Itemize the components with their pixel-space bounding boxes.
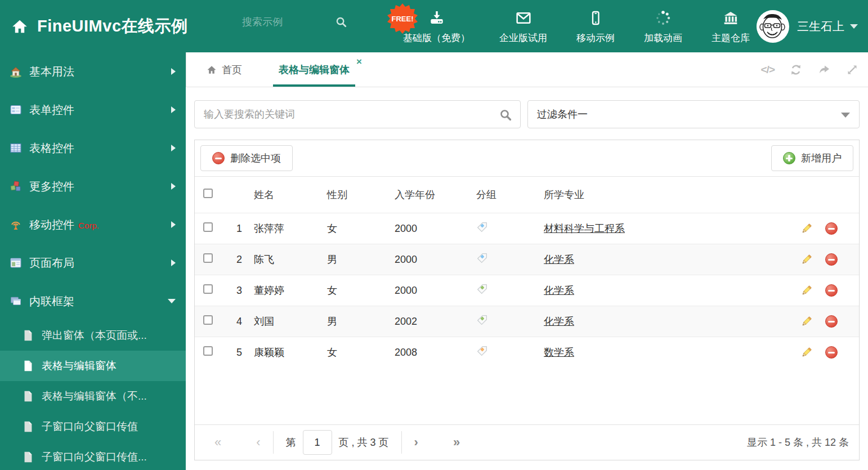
search-icon[interactable] xyxy=(499,108,512,122)
sidebar-item-label: 表单控件 xyxy=(29,102,74,118)
tab-home[interactable]: 首页 xyxy=(200,52,248,87)
chevron-down-icon xyxy=(850,24,858,29)
select-all-checkbox[interactable] xyxy=(203,189,213,198)
file-icon xyxy=(23,451,34,463)
close-icon[interactable]: × xyxy=(356,57,362,66)
tag-icon xyxy=(476,221,488,233)
file-icon xyxy=(23,420,34,433)
cell-gender: 男 xyxy=(319,315,386,328)
delete-row-icon[interactable] xyxy=(825,315,838,328)
prev-page-button[interactable]: ‹ xyxy=(256,436,260,449)
tab-label: 首页 xyxy=(222,63,242,77)
sidebar-subitem-child-to-parent-2[interactable]: 子窗口向父窗口传值... xyxy=(0,442,186,470)
cell-name: 董婷婷 xyxy=(245,284,319,297)
row-checkbox[interactable] xyxy=(203,222,213,232)
tag-icon xyxy=(476,314,488,326)
pager-divider xyxy=(273,431,274,454)
sidebar-item-grid-controls[interactable]: 表格控件 xyxy=(0,129,186,167)
first-page-button[interactable]: « xyxy=(214,436,221,449)
sidebar-item-inline-frame[interactable]: 内联框架 xyxy=(0,282,186,320)
edit-pencil-icon[interactable] xyxy=(800,315,813,328)
tag-icon xyxy=(476,252,488,264)
table-header-row: 姓名 性别 入学年份 分组 所学专业 xyxy=(195,176,859,213)
cell-year: 2002 xyxy=(386,316,468,328)
column-header-name[interactable]: 姓名 xyxy=(245,188,319,202)
nav-item-theme-store[interactable]: 主题仓库 xyxy=(697,0,764,52)
chevron-right-icon xyxy=(171,145,176,151)
grid-panel: 删除选中项 新增用户 姓名 性别 入学年份 分组 所学专业 xyxy=(194,140,860,460)
app-title: FineUIMvc在线示例 xyxy=(37,15,188,38)
sidebar-item-basic-usage[interactable]: 基本用法 xyxy=(0,52,186,91)
edit-pencil-icon[interactable] xyxy=(800,253,813,266)
sidebar-subitem-grid-edit-window[interactable]: 表格与编辑窗体 xyxy=(0,351,186,381)
page-input[interactable] xyxy=(303,430,332,455)
sidebar-subitem-label: 表格与编辑窗体 xyxy=(42,359,117,373)
sidebar-subitem-label: 子窗口向父窗口传值... xyxy=(42,450,147,464)
user-menu[interactable]: 三生石上 xyxy=(757,0,858,52)
sidebar-subitem-grid-edit-window-2[interactable]: 表格与编辑窗体（不... xyxy=(0,381,186,411)
column-header-gender[interactable]: 性别 xyxy=(319,188,386,202)
row-checkbox[interactable] xyxy=(203,284,213,294)
search-icon[interactable] xyxy=(335,16,347,28)
edit-pencil-icon[interactable] xyxy=(800,346,813,359)
delete-row-icon[interactable] xyxy=(825,346,838,359)
sidebar-item-label: 内联框架 xyxy=(29,294,74,309)
cell-name: 张萍萍 xyxy=(245,222,319,235)
keyword-search-input[interactable] xyxy=(195,109,487,120)
tab-grid-edit-window[interactable]: 表格与编辑窗体 × xyxy=(273,52,355,87)
major-link[interactable]: 材料科学与工程系 xyxy=(544,223,625,234)
row-checkbox[interactable] xyxy=(203,315,213,325)
chevron-right-icon xyxy=(171,106,176,113)
next-page-button[interactable]: › xyxy=(414,436,418,449)
nav-item-mobile-demo[interactable]: 移动示例 xyxy=(562,0,629,52)
bank-icon xyxy=(721,8,740,27)
nav-item-label: 企业版试用 xyxy=(499,32,547,44)
major-link[interactable]: 化学系 xyxy=(544,285,574,296)
source-code-icon[interactable]: </> xyxy=(761,64,775,76)
nav-item-enterprise-trial[interactable]: 企业版试用 xyxy=(485,0,562,52)
add-user-button[interactable]: 新增用户 xyxy=(771,145,853,171)
filter-dropdown[interactable]: 过滤条件一 xyxy=(527,100,860,128)
chevron-right-icon xyxy=(171,259,176,266)
nav-item-loading-animation[interactable]: 加载动画 xyxy=(629,0,697,52)
major-link[interactable]: 化学系 xyxy=(544,316,574,327)
file-icon xyxy=(23,360,34,372)
sidebar-subitem-label: 表格与编辑窗体（不... xyxy=(42,389,147,404)
sidebar-item-form-controls[interactable]: 表单控件 xyxy=(0,91,186,129)
column-header-year[interactable]: 入学年份 xyxy=(386,188,468,202)
last-page-button[interactable]: » xyxy=(453,436,460,449)
sidebar-subitem-child-to-parent[interactable]: 子窗口向父窗口传值 xyxy=(0,411,186,442)
brand[interactable]: FineUIMvc在线示例 xyxy=(10,15,188,38)
tag-icon xyxy=(476,345,488,357)
sidebar-item-page-layout[interactable]: 页面布局 xyxy=(0,244,186,282)
edit-pencil-icon[interactable] xyxy=(800,222,813,235)
sidebar-item-label: 更多控件 xyxy=(29,179,74,194)
refresh-icon[interactable] xyxy=(789,63,803,77)
column-header-group[interactable]: 分组 xyxy=(468,188,535,202)
sidebar-item-more-controls[interactable]: 更多控件 xyxy=(0,167,186,205)
edit-pencil-icon[interactable] xyxy=(800,284,813,297)
share-icon[interactable] xyxy=(817,63,831,77)
row-index: 3 xyxy=(222,285,245,297)
user-name: 三生石上 xyxy=(797,19,844,34)
expand-icon[interactable] xyxy=(845,63,859,77)
row-checkbox[interactable] xyxy=(203,253,213,263)
keyword-search[interactable] xyxy=(194,100,521,128)
delete-row-icon[interactable] xyxy=(825,253,838,266)
avatar[interactable] xyxy=(757,10,789,43)
sidebar-item-mobile-controls[interactable]: 移动控件 Corp. xyxy=(0,205,186,244)
major-link[interactable]: 数学系 xyxy=(544,347,574,358)
header-search-input[interactable] xyxy=(242,16,335,28)
row-checkbox[interactable] xyxy=(203,346,213,356)
major-link[interactable]: 化学系 xyxy=(544,254,574,265)
delete-row-icon[interactable] xyxy=(825,284,838,297)
column-header-major[interactable]: 所学专业 xyxy=(535,188,786,202)
page-prefix-label: 第 xyxy=(286,436,296,449)
delete-row-icon[interactable] xyxy=(825,222,838,235)
filter-row: 过滤条件一 xyxy=(194,100,860,128)
filter-dropdown-value: 过滤条件一 xyxy=(537,108,588,121)
sidebar-subitem-popup-window[interactable]: 弹出窗体（本页面或... xyxy=(0,320,186,351)
delete-selected-button[interactable]: 删除选中项 xyxy=(200,145,293,171)
phone-icon xyxy=(587,8,604,27)
header-search[interactable] xyxy=(242,16,363,28)
